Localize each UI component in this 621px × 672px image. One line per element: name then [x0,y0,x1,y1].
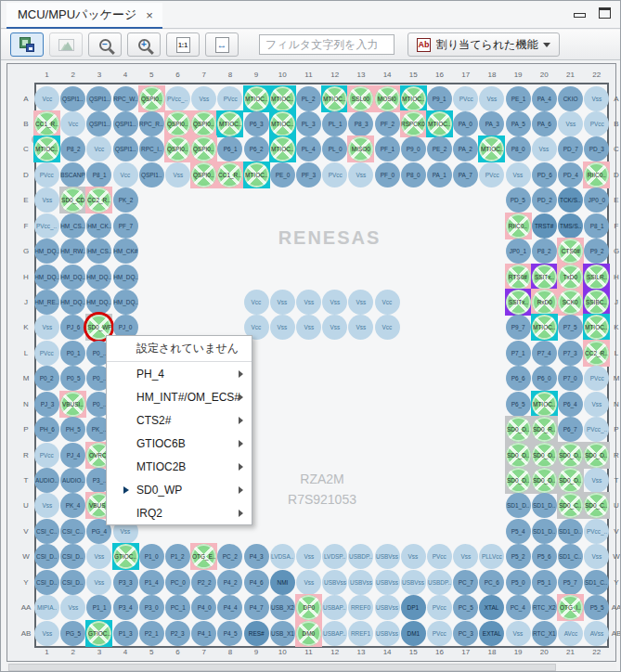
pin-Y9[interactable]: P4_6 [243,569,270,596]
pin-C13[interactable]: MISO0 [347,136,374,162]
pin-AB15[interactable]: DM1 [400,620,427,647]
pin-AA22[interactable]: P5_5 [583,594,610,621]
pin-V2[interactable]: CSI_C.. [59,518,86,545]
pin-AB5[interactable]: P2_1 [138,620,165,647]
pin-E19[interactable]: PD_5 [505,187,532,213]
pin-C11[interactable]: PL_4 [295,136,322,162]
pin-C16[interactable]: PE_2 [426,136,453,162]
pin-A9[interactable]: MTIOC.. [243,85,270,112]
pin-A8[interactable]: PVcc [216,85,243,112]
pin-W9[interactable]: P4_3 [243,543,270,570]
pin-H3[interactable]: HM_DQ.. [85,264,112,291]
pin-V19[interactable]: P5_4 [505,518,532,545]
pin-Y3[interactable]: Vss [85,569,112,596]
pin-C7[interactable]: QSPI0.. [190,136,217,162]
pin-P19[interactable]: SD0_D.. [505,416,532,443]
tab-mcu-mpu-package[interactable]: MCU/MPUパッケージ × [6,3,162,29]
pin-A3[interactable]: QSPI1.. [85,85,112,112]
pin-E20[interactable]: PD_2 [531,187,558,213]
pin-H1[interactable]: HM_DQ.. [33,264,60,291]
pin-W19[interactable]: P5_2 [505,543,532,570]
pin-L2[interactable]: P0_1 [59,340,86,367]
pin-AA6[interactable]: PC_1 [164,594,191,621]
pin-D5[interactable]: QSPI1.. [138,162,165,188]
pin-AA11[interactable]: DP0 [295,594,322,621]
pin-AA16[interactable]: PVcc [426,594,453,621]
pin-P21[interactable]: P6_7 [557,416,584,443]
pin-W2[interactable]: CSI_D.. [59,543,86,570]
pin-P20[interactable]: SD0_R.. [531,416,558,443]
pin-B13[interactable]: P8_3 [347,110,374,137]
pin-P22[interactable]: PVcc_.. [583,416,610,443]
pin-G3[interactable]: HM_CS.. [85,238,112,265]
pin-AB3[interactable]: GTIOC.. [85,620,112,647]
pin-B8[interactable]: MTIOC.. [216,110,243,137]
pin-B10[interactable]: MTIOC.. [269,110,296,137]
pin-Y15[interactable]: USBVss [400,569,427,596]
pin-AB14[interactable]: USBVss [374,620,401,647]
pin-W18[interactable]: PLLVcc [478,543,505,570]
pin-N2[interactable]: VBUSI.. [59,391,86,418]
pin-A18[interactable]: Vss [478,85,505,112]
pin-C9[interactable]: P6_2 [243,136,270,162]
pin-C15[interactable]: P9_0 [400,136,427,162]
pin-D15[interactable]: P8_0 [400,162,427,188]
pin-AA17[interactable]: PC_5 [452,594,479,621]
restore-icon[interactable] [599,7,611,19]
pin-AB12[interactable]: USBAP.. [321,620,348,647]
pin-R22[interactable]: SD0_D.. [583,442,610,469]
tab-close-icon[interactable]: × [146,8,153,22]
pin-A1[interactable]: Vcc [33,85,60,112]
pin-D18[interactable]: PVcc [478,162,505,188]
pin-F20[interactable]: TRST# [531,213,558,239]
pin-H22[interactable]: SSILR.. [583,264,610,291]
pin-A17[interactable]: PVcc [452,85,479,112]
pin-A13[interactable]: SSL00 [347,85,374,112]
pin-W8[interactable]: PC_2 [216,543,243,570]
pin-AA9[interactable]: P4_7 [243,594,270,621]
pin-D13[interactable]: Vss [347,162,374,188]
pin-Y21[interactable]: P5_7 [557,569,584,596]
pin-AA21[interactable]: OTG_I.. [557,594,584,621]
pin-J1[interactable]: HM_RE.. [33,289,60,316]
pin-Y4[interactable]: P3_3 [112,569,139,596]
pin-W17[interactable]: Vss [452,543,479,570]
pin-J12[interactable]: Vss [321,289,348,316]
pin-W5[interactable]: P1_0 [138,543,165,570]
pin-D16[interactable]: PA_1 [426,162,453,188]
pin-N22[interactable]: Vss [583,391,610,418]
pin-J4[interactable]: HM_DQ.. [112,289,139,316]
pin-U2[interactable]: PK_4 [59,492,86,519]
pin-H19[interactable]: RTS0# [505,264,532,291]
pin-AA13[interactable]: RREF0 [347,594,374,621]
pin-D2[interactable]: BSCANP [59,162,86,188]
pin-C18[interactable]: MTIOC.. [478,136,505,162]
pin-W13[interactable]: USBDP.. [347,543,374,570]
pin-AA4[interactable]: P3_4 [112,594,139,621]
pin-AB19[interactable]: Vss [505,620,532,647]
pin-AA18[interactable]: XTAL [478,594,505,621]
pin-AA5[interactable]: P3_0 [138,594,165,621]
pin-K19[interactable]: P9_7 [505,314,532,341]
pin-M1[interactable]: P0_2 [33,365,60,392]
pin-AA8[interactable]: P4_4 [216,594,243,621]
pin-F19[interactable]: RIIC0.. [505,213,532,239]
pin-D12[interactable]: PVcc [321,162,348,188]
assigned-function-dropdown[interactable]: Ab 割り当てられた機能 [408,32,560,57]
pin-B7[interactable]: QSPI0.. [190,110,217,137]
pin-R2[interactable]: PJ_4 [59,442,86,469]
pin-B21[interactable]: Vss [557,110,584,137]
pin-B12[interactable]: PL_1 [321,110,348,137]
pin-D19[interactable]: Vss [505,162,532,188]
pin-D1[interactable]: PVcc [33,162,60,188]
pin-A20[interactable]: PA_4 [531,85,558,112]
pin-W3[interactable]: Vss [85,543,112,570]
pin-Y14[interactable]: USBVss [374,569,401,596]
pin-J14[interactable]: Vcc [374,289,401,316]
pin-W1[interactable]: CSI_D.. [33,543,60,570]
pin-E1[interactable]: Vss [33,187,60,213]
pin-J3[interactable]: HM_DQ.. [85,289,112,316]
filter-input[interactable] [259,34,395,55]
pin-Y20[interactable]: P5_1 [531,569,558,596]
pin-P1[interactable]: PH_6 [33,416,60,443]
